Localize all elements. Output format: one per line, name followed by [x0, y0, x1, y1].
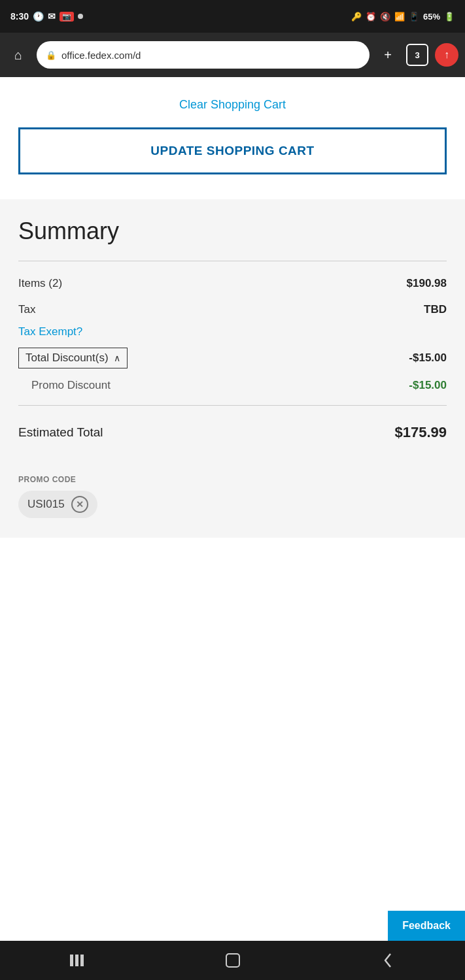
promo-code-label: PROMO CODE — [18, 475, 447, 484]
email-icon: ✉ — [48, 11, 56, 22]
battery-display: 65% — [423, 12, 440, 22]
total-discounts-value: -$15.00 — [409, 351, 447, 365]
tax-label: Tax — [18, 303, 35, 316]
svg-rect-2 — [80, 955, 84, 966]
status-bar: 8:30 🕐 ✉ 📷 🔑 ⏰ 🔇 📶 📱 65% 🔋 — [0, 0, 465, 33]
mute-icon: 🔇 — [380, 12, 390, 22]
lock-icon: 🔒 — [46, 50, 56, 60]
summary-divider — [18, 261, 447, 261]
url-bar[interactable]: 🔒 office.fedex.com/d — [37, 41, 370, 69]
svg-rect-3 — [226, 954, 239, 967]
promo-discount-label: Promo Discount — [31, 379, 111, 392]
chevron-up-icon: ∧ — [114, 353, 120, 363]
new-tab-button[interactable]: + — [376, 43, 400, 67]
summary-divider-2 — [18, 405, 447, 406]
page-content: Clear Shopping Cart UPDATE SHOPPING CART… — [0, 77, 465, 980]
url-text: office.fedex.com/d — [61, 50, 141, 61]
key-icon: 🔑 — [351, 12, 362, 22]
tax-value: TBD — [424, 303, 447, 316]
promo-discount-row: Promo Discount -$15.00 — [18, 375, 447, 396]
browser-bar: ⌂ 🔒 office.fedex.com/d + 3 ↑ — [0, 33, 465, 77]
home-button[interactable]: ⌂ — [7, 43, 30, 67]
alarm-icon: 🕐 — [33, 11, 44, 22]
estimated-total-value: $175.99 — [394, 424, 447, 441]
tax-row: Tax TBD — [18, 297, 447, 323]
feedback-button[interactable]: Feedback — [388, 911, 465, 941]
clear-cart-section: Clear Shopping Cart — [0, 77, 465, 127]
total-discounts-row: Total Discount(s) ∧ -$15.00 — [18, 341, 447, 375]
estimated-total-label: Estimated Total — [18, 425, 103, 440]
discount-toggle-button[interactable]: Total Discount(s) ∧ — [18, 348, 128, 368]
items-value: $190.98 — [407, 277, 447, 290]
svg-rect-0 — [70, 955, 73, 966]
dot-icon — [78, 14, 83, 19]
update-cart-section: UPDATE SHOPPING CART — [0, 127, 465, 193]
promo-code-tag: USI015 ✕ — [18, 491, 97, 518]
status-right: 🔑 ⏰ 🔇 📶 📱 65% 🔋 — [351, 12, 455, 22]
promo-remove-button[interactable]: ✕ — [71, 496, 88, 513]
tax-exempt-link[interactable]: Tax Exempt? — [18, 323, 447, 341]
battery-icon: 🔋 — [444, 12, 455, 22]
nav-back-button[interactable] — [368, 946, 407, 975]
promo-code-value: USI015 — [27, 498, 65, 511]
estimated-total-row: Estimated Total $175.99 — [18, 415, 447, 444]
notification-icon: 📷 — [60, 12, 74, 22]
nav-home-button[interactable] — [213, 946, 252, 975]
clear-cart-link[interactable]: Clear Shopping Cart — [179, 98, 286, 111]
items-row: Items (2) $190.98 — [18, 270, 447, 297]
summary-section: Summary Items (2) $190.98 Tax TBD Tax Ex… — [0, 199, 465, 462]
status-left: 8:30 🕐 ✉ 📷 — [10, 11, 83, 22]
signal-icon: 📱 — [409, 12, 419, 22]
time-display: 8:30 — [10, 11, 29, 22]
tab-count-button[interactable]: 3 — [406, 44, 428, 66]
bottom-nav — [0, 941, 465, 980]
alarm2-icon: ⏰ — [366, 12, 376, 22]
update-cart-button[interactable]: UPDATE SHOPPING CART — [18, 127, 447, 174]
promo-code-section: PROMO CODE USI015 ✕ — [0, 462, 465, 538]
share-button[interactable]: ↑ — [435, 43, 458, 67]
items-label: Items (2) — [18, 277, 62, 290]
svg-rect-1 — [75, 955, 78, 966]
promo-discount-value: -$15.00 — [409, 379, 447, 392]
nav-menu-button[interactable] — [58, 946, 97, 975]
discount-label: Total Discount(s) — [26, 351, 109, 365]
wifi-icon: 📶 — [394, 12, 405, 22]
summary-title: Summary — [18, 218, 447, 245]
